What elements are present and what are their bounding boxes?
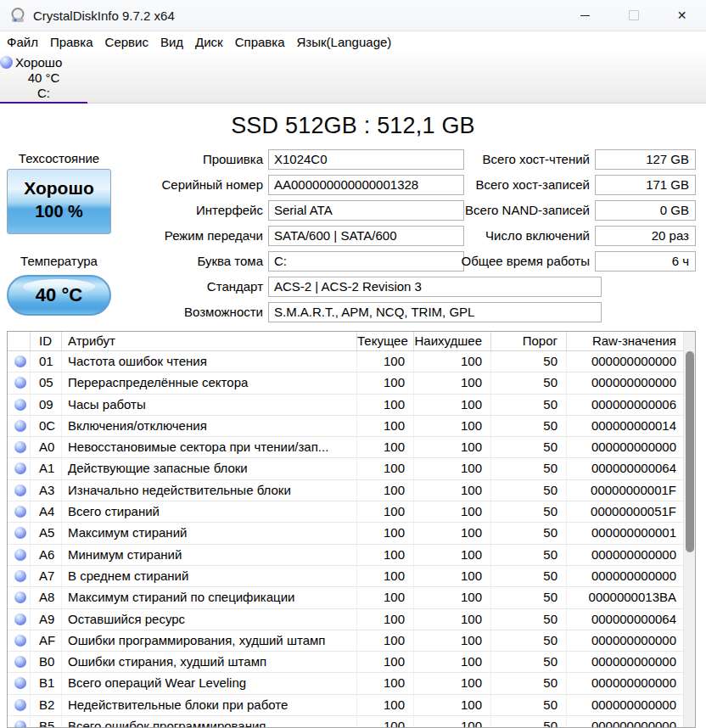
maximize-icon (629, 10, 639, 20)
attr-worst: 100 (414, 395, 491, 415)
status-dot-cell (8, 652, 31, 672)
status-dot-cell (8, 458, 31, 479)
attr-id: B0 (31, 652, 62, 672)
attr-raw: 000000000064 (567, 458, 683, 479)
menu-item-5[interactable]: Диск (189, 31, 229, 53)
attr-id: A3 (31, 480, 62, 501)
status-dot-icon (14, 677, 26, 689)
status-dot-icon (14, 635, 26, 647)
attr-worst: 100 (414, 480, 491, 501)
status-dot-icon (14, 484, 26, 496)
right-field-label: Число включений (485, 226, 590, 246)
menu-item-3[interactable]: Сервис (99, 31, 154, 53)
status-dot-icon (14, 656, 26, 668)
scrollbar-thumb[interactable] (686, 351, 694, 552)
status-dot-cell (8, 416, 31, 436)
status-dot-cell (8, 609, 31, 630)
smart-row-B0[interactable]: B0Ошибки стирания, худший штамп100100500… (8, 652, 695, 673)
attr-current: 100 (357, 372, 414, 393)
attr-threshold: 50 (491, 480, 567, 501)
attr-current: 100 (357, 458, 414, 479)
smart-row-A6[interactable]: A6Минимум стираний10010050000000000000 (8, 545, 695, 566)
attr-raw: 000000000000 (567, 437, 683, 457)
attr-current: 100 (357, 416, 414, 436)
smart-row-B5[interactable]: B5Всего ошибок программирования100100500… (8, 716, 695, 728)
status-dot-icon (14, 441, 26, 453)
smart-row-B1[interactable]: B1Всего операций Wear Leveling1001005000… (8, 673, 695, 694)
right-field-label: Общее время работы (462, 251, 590, 272)
app-icon (8, 6, 27, 25)
status-dot-icon (14, 720, 26, 728)
attr-name: Минимум стираний (62, 545, 357, 565)
attr-worst: 100 (414, 630, 491, 651)
smart-row-A5[interactable]: A5Максимум стираний10010050000000000001 (8, 523, 695, 544)
minimize-button[interactable] (561, 0, 609, 31)
attr-threshold: 50 (491, 458, 567, 479)
attr-worst: 100 (414, 501, 491, 522)
attr-current: 100 (357, 351, 414, 372)
close-button[interactable]: ✕ (658, 0, 706, 31)
attr-name: Максимум стираний (62, 523, 357, 543)
status-dot-cell (8, 566, 31, 586)
drive-tab-temperature: 40 °C (0, 70, 87, 85)
attr-raw: 000000000014 (567, 416, 683, 436)
attr-id: A7 (31, 566, 62, 586)
drive-selector-bar: Хорошо 40 °C C: (0, 53, 706, 104)
attr-raw: 00000000051F (567, 501, 683, 522)
smart-row-A1[interactable]: A1Действующие запасные блоки100100500000… (8, 458, 695, 479)
menu-item-2[interactable]: Правка (44, 31, 99, 53)
status-dot-cell (8, 523, 31, 543)
smart-row-A7[interactable]: A7В среднем стираний10010050000000000000 (8, 566, 695, 587)
maximize-button[interactable] (609, 0, 658, 31)
status-dot-icon (14, 506, 26, 518)
smart-row-09[interactable]: 09Часы работы10010050000000000006 (8, 395, 695, 416)
attr-id: A8 (31, 587, 62, 608)
smart-row-AF[interactable]: AFОшибки программирования, худший штамп1… (8, 630, 695, 652)
menu-item-1[interactable]: Файл (1, 31, 44, 53)
status-dot-icon (14, 591, 26, 603)
right-field-value: 20 раз (595, 226, 696, 246)
attr-worst: 100 (414, 652, 491, 672)
smart-row-01[interactable]: 01Частота ошибок чтения10010050000000000… (8, 351, 695, 372)
right-field-row: Всего хост-записей171 GB (0, 175, 706, 195)
smart-row-A8[interactable]: A8Максимум стираний по спецификации10010… (8, 587, 695, 608)
smart-row-A3[interactable]: A3Изначально недействительные блоки10010… (8, 480, 695, 501)
mid-field-value: S.M.A.R.T., APM, NCQ, TRIM, GPL (268, 302, 602, 322)
smart-attribute-table: ID Атрибут Текущее Наихудшее Порог Raw-з… (7, 331, 696, 728)
status-dot-icon (14, 356, 26, 367)
status-dot-cell (8, 587, 31, 608)
mid-field-label: Возможности (184, 302, 263, 322)
smart-row-B2[interactable]: B2Недействительные блоки при работе10010… (8, 695, 695, 716)
menu-item-6[interactable]: Справка (229, 31, 291, 53)
smart-row-A9[interactable]: A9Оставшийся ресурс10010050000000000064 (8, 609, 695, 630)
status-dot-cell (8, 480, 31, 501)
status-dot-cell (8, 437, 31, 457)
status-dot-icon (14, 399, 26, 411)
attr-raw: 000000000001 (567, 523, 683, 543)
attr-raw: 000000000000 (567, 372, 683, 393)
attr-id: A6 (31, 545, 62, 565)
attr-name: Включения/отключения (62, 416, 357, 436)
header-threshold: Порог (491, 332, 567, 350)
attr-threshold: 50 (491, 437, 567, 457)
smart-row-A4[interactable]: A4Всего стираний1001005000000000051F (8, 501, 695, 523)
status-dot-icon (14, 549, 26, 561)
status-dot-icon (14, 377, 26, 389)
attr-threshold: 50 (491, 609, 567, 630)
right-field-value: 6 ч (595, 251, 696, 272)
mid-field-label: Стандарт (207, 277, 263, 297)
menu-item-4[interactable]: Вид (154, 31, 189, 53)
attr-worst: 100 (414, 545, 491, 565)
smart-row-05[interactable]: 05Перераспределённые сектора100100500000… (8, 372, 695, 394)
attr-current: 100 (357, 523, 414, 543)
attr-name: Всего стираний (62, 501, 357, 522)
attr-worst: 100 (414, 695, 491, 715)
smart-row-0C[interactable]: 0CВключения/отключения100100500000000000… (8, 416, 695, 437)
table-scrollbar[interactable] (683, 332, 695, 727)
right-field-row: Всего NAND-записей0 GB (0, 200, 706, 221)
smart-row-A0[interactable]: A0Невосстановимые сектора при чтении/зап… (8, 437, 695, 458)
drive-tab-c[interactable]: Хорошо 40 °C C: (0, 53, 87, 104)
menu-item-7[interactable]: Язык(Language) (291, 31, 398, 53)
attr-current: 100 (357, 695, 414, 715)
disk-title: SSD 512GB : 512,1 GB (0, 113, 706, 139)
